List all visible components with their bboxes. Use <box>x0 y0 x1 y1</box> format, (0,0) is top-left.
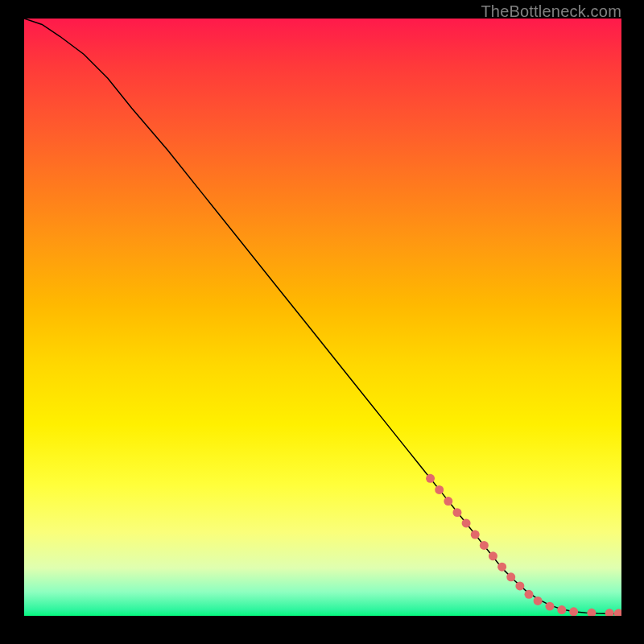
overlay-dot <box>605 609 614 616</box>
overlay-dot <box>506 572 515 581</box>
plot-area <box>24 19 621 616</box>
overlay-dot <box>557 605 566 614</box>
chart-stage: TheBottleneck.com <box>0 0 644 644</box>
dots-layer <box>426 474 621 616</box>
overlay-dot <box>587 609 596 616</box>
chart-svg <box>24 19 621 616</box>
curve-layer <box>24 19 621 613</box>
main-curve <box>24 19 621 613</box>
overlay-dot <box>515 581 524 590</box>
overlay-dot <box>489 551 497 560</box>
overlay-dot <box>426 474 435 483</box>
overlay-dot <box>534 597 543 605</box>
overlay-dot <box>471 530 480 539</box>
overlay-dot <box>569 607 578 616</box>
overlay-dot <box>444 497 452 506</box>
overlay-dot <box>614 609 621 616</box>
overlay-dot <box>524 590 533 599</box>
overlay-dot <box>480 541 489 550</box>
overlay-dot <box>462 518 471 527</box>
overlay-dot <box>452 508 461 517</box>
overlay-dot <box>497 563 506 572</box>
overlay-dot <box>435 485 444 494</box>
overlay-dot <box>545 602 554 611</box>
